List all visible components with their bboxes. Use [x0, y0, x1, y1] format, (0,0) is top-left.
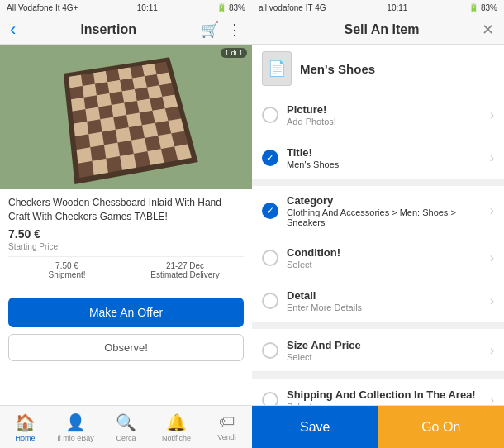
- chevron-right-icon: ›: [490, 150, 494, 165]
- sell-item-content-detail: DetailEnter More Details: [287, 289, 490, 312]
- shipping-price-col: 7.50 € Shipment!: [8, 261, 126, 279]
- sell-item-picture[interactable]: Picture!Add Photos!›: [252, 93, 504, 136]
- sell-item-value-category: Clothing And Accessories > Men: Shoes > …: [287, 207, 490, 227]
- sell-item-label-picture: Picture!: [287, 103, 490, 116]
- sell-item-value-title: Men's Shoes: [287, 160, 490, 169]
- section-divider: [252, 179, 504, 186]
- sell-image-placeholder: 📄: [262, 51, 292, 86]
- sell-header: 📄 Men's Shoes: [252, 45, 504, 93]
- carrier-right: all vodafone IT 4G: [259, 3, 326, 12]
- sell-label: Vendi: [217, 433, 236, 441]
- product-image: 1 di 1: [0, 45, 252, 189]
- sell-category-title: Men's Shoes: [300, 62, 375, 76]
- observe-button[interactable]: Observe!: [8, 334, 244, 361]
- section-divider: [252, 322, 504, 329]
- sell-item-label-title: Title!: [287, 146, 490, 159]
- sell-item-content-shipping: Shipping And Collection In The Area!Sele…: [287, 388, 490, 406]
- sell-item-label-shipping: Shipping And Collection In The Area!: [287, 388, 490, 401]
- shipping-row: 7.50 € Shipment! 21-27 Dec Estimated Del…: [8, 256, 244, 284]
- sell-item-size_price[interactable]: Size And PriceSelect›: [252, 329, 504, 372]
- bottom-nav: 🏠 Home 👤 Il mio eBay 🔍 Cerca 🔔 Notifiche…: [0, 405, 252, 448]
- chevron-right-icon: ›: [490, 393, 494, 406]
- sell-item-label-size_price: Size And Price: [287, 339, 490, 351]
- more-icon[interactable]: ⋮: [227, 21, 242, 39]
- nav-bar-left: ‹ Insertion 🛒 ⋮: [0, 15, 252, 45]
- sell-icon: 🏷: [219, 412, 235, 431]
- sell-item-value-condition: Select: [287, 260, 490, 269]
- myebay-icon: 👤: [65, 412, 86, 432]
- notifications-label: Notifiche: [162, 434, 191, 442]
- sell-item-label-category: Category: [287, 194, 490, 207]
- sell-item-value-detail: Enter More Details: [287, 303, 490, 312]
- chevron-right-icon: ›: [490, 293, 494, 308]
- carrier-left: All Vodafone It 4G+: [7, 3, 78, 12]
- sell-item-content-category: CategoryClothing And Accessories > Men: …: [287, 194, 490, 227]
- sell-item-content-size_price: Size And PriceSelect: [287, 339, 490, 362]
- nav-item-search[interactable]: 🔍 Cerca: [101, 406, 151, 448]
- bottom-buttons: Save Go On: [252, 405, 504, 448]
- nav-item-notifications[interactable]: 🔔 Notifiche: [151, 406, 202, 448]
- close-button[interactable]: ✕: [482, 21, 494, 39]
- sell-item-content-title: Title!Men's Shoes: [287, 146, 490, 169]
- battery-left: 🔋 83%: [216, 3, 245, 12]
- shipping-price-label: Shipment!: [8, 270, 126, 279]
- nav-icons-left: 🛒 ⋮: [201, 21, 242, 39]
- delivery-label: Estimated Delivery: [126, 270, 244, 279]
- chess-board-visual: [63, 57, 197, 184]
- nav-bar-right: Sell An Item ✕: [252, 15, 504, 45]
- sell-item-indicator-picture: [262, 107, 278, 123]
- page-indicator: 1 di 1: [221, 48, 247, 58]
- delivery-date: 21-27 Dec: [126, 261, 244, 270]
- back-button[interactable]: ‹: [10, 19, 16, 41]
- nav-item-myebay[interactable]: 👤 Il mio eBay: [50, 406, 101, 448]
- product-title: Checkers Wooden Chessboard Inlaid With H…: [8, 196, 244, 224]
- sell-item-label-detail: Detail: [287, 289, 490, 302]
- status-bar-right: all vodafone IT 4G 10:11 🔋 83%: [252, 0, 504, 15]
- search-label: Cerca: [116, 434, 136, 442]
- myebay-label: Il mio eBay: [57, 434, 94, 442]
- chevron-right-icon: ›: [490, 203, 494, 218]
- status-bar-left: All Vodafone It 4G+ 10:11 🔋 83%: [0, 0, 252, 15]
- sell-item-value-picture: Add Photos!: [287, 117, 490, 126]
- bell-icon: 🔔: [166, 412, 187, 432]
- sell-title: Sell An Item: [345, 22, 420, 37]
- go-on-button[interactable]: Go On: [378, 406, 505, 448]
- chevron-right-icon: ›: [490, 250, 494, 265]
- nav-item-home[interactable]: 🏠 Home: [0, 406, 50, 448]
- section-divider: [252, 372, 504, 379]
- home-icon: 🏠: [15, 412, 36, 432]
- sell-item-indicator-category: ✓: [262, 203, 278, 219]
- shipping-price-value: 7.50 €: [8, 261, 126, 270]
- sell-item-shipping[interactable]: Shipping And Collection In The Area!Sele…: [252, 379, 504, 405]
- search-icon: 🔍: [116, 412, 136, 432]
- save-button[interactable]: Save: [252, 406, 378, 448]
- sell-item-value-size_price: Select: [287, 352, 490, 362]
- sell-item-indicator-detail: [262, 293, 278, 309]
- right-panel: all vodafone IT 4G 10:11 🔋 83% Sell An I…: [252, 0, 504, 448]
- sell-item-indicator-size_price: [262, 342, 278, 359]
- make-offer-button[interactable]: Make An Offer: [8, 298, 244, 327]
- sell-item-content-picture: Picture!Add Photos!: [287, 103, 490, 126]
- sell-item-indicator-condition: [262, 250, 278, 266]
- sell-item-indicator-shipping: [262, 392, 278, 406]
- product-info: Checkers Wooden Chessboard Inlaid With H…: [0, 189, 252, 298]
- sell-item-condition[interactable]: Condition!Select›: [252, 236, 504, 279]
- cart-icon[interactable]: 🛒: [201, 21, 219, 39]
- chevron-right-icon: ›: [490, 107, 494, 122]
- sell-item-category[interactable]: ✓CategoryClothing And Accessories > Men:…: [252, 186, 504, 236]
- sell-item-title[interactable]: ✓Title!Men's Shoes›: [252, 136, 504, 179]
- nav-item-sell[interactable]: 🏷 Vendi: [202, 406, 252, 448]
- time-right: 10:11: [387, 3, 407, 12]
- nav-title-left: Insertion: [80, 22, 136, 37]
- delivery-col: 21-27 Dec Estimated Delivery: [126, 261, 244, 279]
- sell-item-content-condition: Condition!Select: [287, 246, 490, 269]
- sell-item-indicator-title: ✓: [262, 150, 278, 166]
- sell-item-label-condition: Condition!: [287, 246, 490, 259]
- left-panel: All Vodafone It 4G+ 10:11 🔋 83% ‹ Insert…: [0, 0, 252, 448]
- home-label: Home: [15, 434, 35, 442]
- chevron-right-icon: ›: [490, 343, 494, 358]
- time-left: 10:11: [137, 3, 158, 12]
- product-price: 7.50 €: [8, 227, 244, 241]
- sell-items-list: Picture!Add Photos!›✓Title!Men's Shoes›✓…: [252, 93, 504, 405]
- sell-item-detail[interactable]: DetailEnter More Details›: [252, 279, 504, 322]
